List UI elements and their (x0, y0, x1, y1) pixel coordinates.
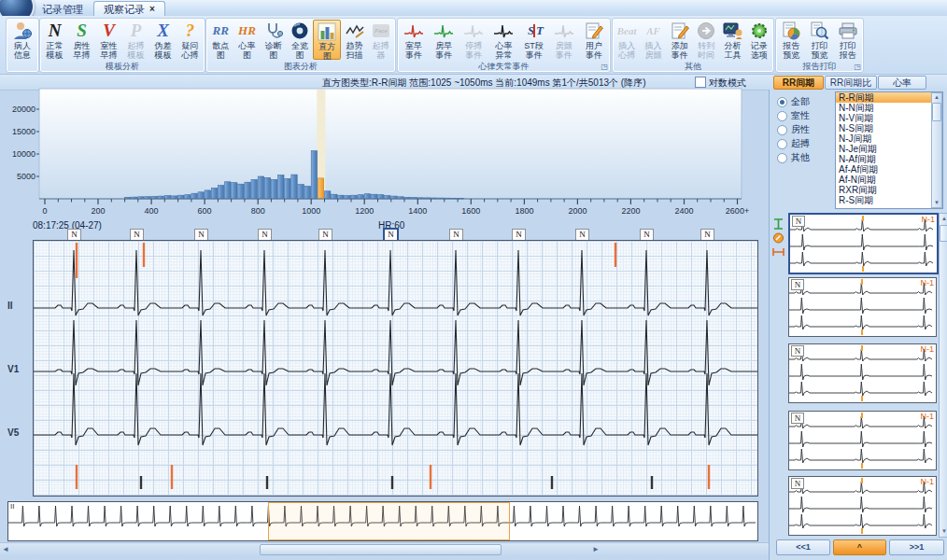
interval-list-item[interactable]: N-N间期 (836, 103, 942, 113)
beat-snippet-3[interactable]: N N-1 (788, 411, 937, 470)
horizontal-scrollbar[interactable]: ◄ ► (0, 542, 775, 555)
pac-event-button[interactable]: 房早事件 (429, 20, 459, 60)
svg-text:0: 0 (42, 206, 47, 216)
hr-abnormal-event-button[interactable]: 心率异常 (488, 20, 518, 60)
interval-list-item[interactable]: N-S间期 (836, 123, 942, 133)
diagnosis-plot-button[interactable]: 诊断图 (261, 20, 287, 60)
interval-tab-0[interactable]: RR间期 (773, 76, 824, 90)
histogram-button[interactable]: 直方图 (313, 20, 341, 60)
ventricular-premature-template-button[interactable]: V 室性早搏 (95, 20, 122, 60)
tab-record-management[interactable]: 记录管理 (32, 1, 93, 16)
insert-af-button: AF 插入房颤 (640, 20, 666, 60)
overview-strip[interactable]: II (7, 501, 758, 541)
snippet-scrollbar[interactable]: ▲ ▼ (939, 213, 947, 538)
interval-tab-2[interactable]: 心率 (878, 76, 926, 90)
beat-snippet-0[interactable]: N N-1 (788, 213, 939, 274)
paced-template-label: 起搏模板 (126, 41, 146, 60)
scroll-up-icon[interactable]: ▲ (940, 215, 947, 223)
patient-info-label: 病人信息 (13, 41, 33, 60)
interval-tab-1[interactable]: RR间期比 (825, 76, 877, 90)
interval-filter-radio-2[interactable]: 房性 (777, 123, 810, 136)
questionable-beat-button[interactable]: ? 疑问心搏 (177, 20, 204, 60)
current-page-button[interactable]: ^ (833, 539, 886, 555)
list-scrollbar[interactable]: ▲ ▼ (931, 92, 942, 208)
interval-filter-radio-1[interactable]: 室性 (777, 109, 810, 122)
tab-observe-record[interactable]: 观察记录× (93, 1, 165, 16)
interval-list-item[interactable]: R-R间期 (836, 92, 942, 103)
interval-list-item[interactable]: N-V间期 (836, 113, 942, 123)
svg-text:5000: 5000 (17, 172, 35, 181)
heart-rate-plot-label: 心率图 (237, 41, 257, 60)
pvc-event-button[interactable]: 室早事件 (399, 20, 429, 60)
analysis-tools-button[interactable]: 分析工具 (719, 20, 745, 60)
add-event-button[interactable]: 添加事件 (667, 20, 693, 60)
pacemaker-icon: Pace (371, 21, 391, 41)
interval-list-item[interactable]: N-J间期 (836, 133, 942, 144)
pause-event-button: 停搏事件 (459, 20, 488, 60)
edit-circle-icon[interactable] (772, 232, 784, 244)
interval-list-item[interactable]: Af-N间期 (836, 175, 942, 185)
tab-close-icon[interactable]: × (149, 5, 155, 14)
scroll-down-icon[interactable]: ▼ (940, 527, 947, 536)
snippet-beat-label: N (791, 413, 804, 424)
atrial-premature-template-icon: S (77, 21, 87, 41)
print-preview-icon (809, 21, 829, 41)
snippet-beat-label: N (792, 216, 805, 227)
normal-template-icon: N (49, 21, 62, 41)
overview-selection-window[interactable] (268, 502, 510, 540)
prev-page-button[interactable]: <<1 (776, 539, 830, 555)
insert-beat-button: Beat 插入心搏 (614, 20, 640, 60)
caliper-vertical-icon[interactable] (772, 218, 784, 230)
beat-snippet-1[interactable]: N N-1 (788, 277, 937, 337)
interval-filter-radio-0[interactable]: 全部 (777, 95, 810, 108)
patient-info-icon (12, 21, 33, 41)
radio-icon (777, 153, 787, 163)
rr-histogram[interactable]: 0200400600800100012001400160018002000220… (0, 87, 768, 219)
dialog-launcher-icon[interactable]: ◳ (854, 63, 861, 71)
user-event-button[interactable]: 用户事件 (579, 20, 609, 60)
trend-scan-button[interactable]: 趋势扫描 (341, 20, 367, 60)
beat-snippet-4[interactable]: N N-1 (788, 476, 937, 536)
beat-snippet-2[interactable]: N N-1 (788, 343, 937, 403)
atrial-premature-template-button[interactable]: S 房性早搏 (68, 20, 95, 60)
dialog-launcher-icon[interactable]: ◳ (601, 63, 608, 71)
radio-icon (777, 125, 787, 135)
paced-template-icon: P (131, 21, 142, 41)
heart-rate-plot-button[interactable]: HR 心率图 (233, 20, 260, 60)
print-report-icon (838, 21, 858, 41)
interval-list-item[interactable]: Af-Af间期 (836, 164, 942, 175)
scroll-up-icon[interactable]: ▲ (932, 93, 941, 102)
ribbon-group-title: 模板分析 (40, 61, 205, 72)
interval-list-item[interactable]: RXR间期 (836, 185, 942, 195)
svg-text:400: 400 (145, 206, 159, 216)
report-preview-button[interactable]: 报告预览 (777, 20, 805, 60)
interval-filter-radio-3[interactable]: 起搏 (777, 137, 810, 150)
next-page-button[interactable]: >>1 (889, 539, 944, 555)
print-preview-button[interactable]: 打印预览 (805, 20, 833, 60)
snippet-ref-label: N-1 (920, 412, 934, 421)
scatter-plot-button[interactable]: RR 散点图 (207, 20, 233, 60)
ecg-grid[interactable] (33, 240, 758, 497)
interval-list-item[interactable]: N-Af间期 (836, 154, 942, 164)
record-options-button[interactable]: 记录选项 (746, 20, 772, 60)
scroll-down-icon[interactable]: ▼ (932, 199, 941, 207)
overview-plot-button[interactable]: 全览图 (287, 20, 313, 60)
print-report-button[interactable]: 打印报告 (834, 20, 862, 60)
scroll-right-icon[interactable]: ► (592, 545, 600, 553)
user-event-icon (584, 21, 604, 41)
interval-list-item[interactable]: N-Je间期 (836, 144, 942, 154)
normal-template-button[interactable]: N 正常模板 (41, 20, 68, 60)
analysis-tools-icon (722, 21, 742, 41)
interval-filter-radio-4[interactable]: 其他 (777, 151, 810, 164)
caliper-horizontal-icon[interactable] (772, 246, 784, 258)
interval-list-item[interactable]: R-S间期 (836, 195, 942, 205)
interval-type-list[interactable]: R-R间期N-N间期N-V间期N-S间期N-J间期N-Je间期N-Af间期Af-… (835, 91, 943, 209)
artifact-template-button[interactable]: X 伪差模板 (149, 20, 177, 60)
patient-info-button[interactable]: 病人信息 (7, 20, 37, 48)
scrollbar-thumb[interactable] (260, 544, 502, 555)
ventricular-premature-template-icon: V (103, 21, 115, 41)
ecg-trace-II (34, 250, 757, 315)
scroll-left-icon[interactable]: ◄ (2, 545, 9, 553)
st-event-button[interactable]: ST ST段事件 (519, 20, 549, 60)
pac-event-icon (433, 22, 454, 39)
